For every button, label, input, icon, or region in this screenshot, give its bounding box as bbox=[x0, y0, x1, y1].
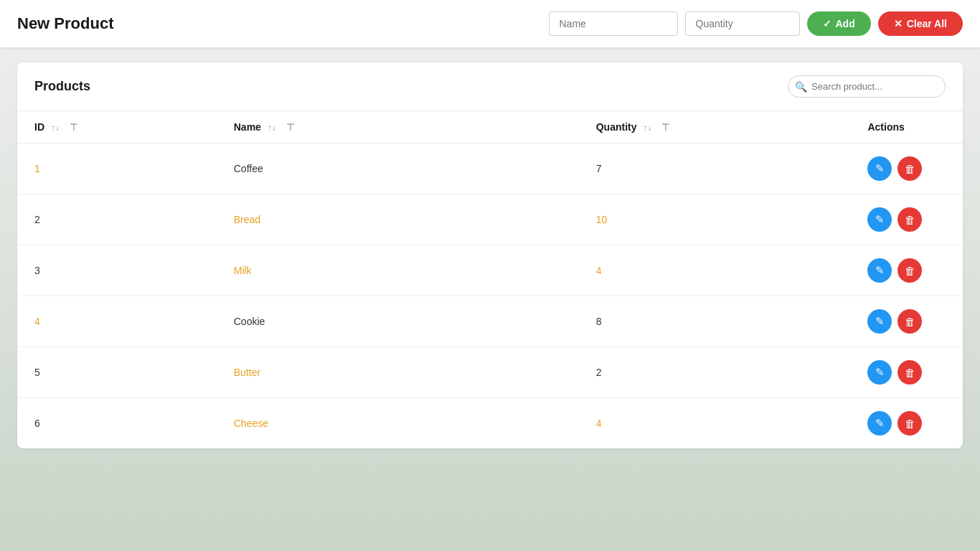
cell-actions-1: ✎ 🗑 bbox=[850, 194, 963, 245]
cell-id-2: 3 bbox=[17, 245, 217, 296]
name-sort-icon[interactable]: ↑↓ bbox=[268, 123, 276, 133]
cell-name-4: Butter bbox=[217, 347, 579, 398]
quantity-input[interactable] bbox=[685, 11, 800, 36]
actions-cell-0: ✎ 🗑 bbox=[867, 156, 946, 181]
cell-name-0: Coffee bbox=[217, 143, 579, 194]
check-icon: ✓ bbox=[823, 18, 831, 29]
cell-quantity-0: 7 bbox=[579, 143, 851, 194]
cell-actions-2: ✎ 🗑 bbox=[850, 245, 963, 296]
cell-quantity-2: 4 bbox=[579, 245, 851, 296]
name-input[interactable] bbox=[549, 11, 678, 36]
edit-button-1[interactable]: ✎ bbox=[867, 207, 892, 232]
cell-actions-5: ✎ 🗑 bbox=[850, 398, 963, 449]
cell-actions-4: ✎ 🗑 bbox=[850, 347, 963, 398]
page-title: New Product bbox=[17, 14, 113, 33]
delete-button-5[interactable]: 🗑 bbox=[897, 411, 922, 435]
main-content: Products 🔍 ID ↑↓ ⊤ Name ↑↓ ⊤ bbox=[0, 48, 980, 463]
actions-cell-3: ✎ 🗑 bbox=[867, 309, 946, 334]
table-header: Products 🔍 bbox=[17, 62, 963, 110]
cell-quantity-5: 4 bbox=[579, 398, 851, 449]
cell-quantity-1: 10 bbox=[579, 194, 851, 245]
delete-button-2[interactable]: 🗑 bbox=[897, 258, 922, 283]
table-row: 4 Cookie 8 ✎ 🗑 bbox=[17, 296, 963, 347]
col-header-id: ID ↑↓ ⊤ bbox=[17, 111, 217, 143]
table-body: 1 Coffee 7 ✎ 🗑 2 Bread 10 ✎ 🗑 3 Milk 4 ✎… bbox=[17, 143, 963, 449]
table-title: Products bbox=[34, 79, 90, 94]
cell-quantity-4: 2 bbox=[579, 347, 851, 398]
cell-name-5: Cheese bbox=[217, 398, 579, 449]
id-filter-icon[interactable]: ⊤ bbox=[70, 122, 77, 133]
page-header: New Product ✓ Add ✕ Clear All bbox=[0, 0, 980, 48]
edit-button-5[interactable]: ✎ bbox=[867, 411, 892, 435]
actions-cell-1: ✎ 🗑 bbox=[867, 207, 946, 232]
clear-label: Clear All bbox=[907, 18, 947, 29]
search-container: 🔍 bbox=[788, 75, 946, 98]
name-filter-icon[interactable]: ⊤ bbox=[286, 122, 294, 133]
cell-actions-0: ✎ 🗑 bbox=[850, 143, 963, 194]
cell-id-0: 1 bbox=[17, 143, 217, 194]
col-header-name: Name ↑↓ ⊤ bbox=[217, 111, 579, 143]
add-button[interactable]: ✓ Add bbox=[807, 11, 871, 36]
edit-button-0[interactable]: ✎ bbox=[867, 156, 892, 181]
col-header-quantity: Quantity ↑↓ ⊤ bbox=[579, 111, 851, 143]
cell-id-5: 6 bbox=[17, 398, 217, 449]
cell-actions-3: ✎ 🗑 bbox=[850, 296, 963, 347]
delete-button-4[interactable]: 🗑 bbox=[897, 360, 922, 385]
delete-button-0[interactable]: 🗑 bbox=[897, 156, 922, 181]
id-sort-icon[interactable]: ↑↓ bbox=[51, 123, 60, 133]
edit-button-3[interactable]: ✎ bbox=[867, 309, 892, 334]
clear-all-button[interactable]: ✕ Clear All bbox=[878, 11, 963, 36]
x-icon: ✕ bbox=[894, 18, 903, 29]
edit-button-2[interactable]: ✎ bbox=[867, 258, 892, 283]
cell-id-1: 2 bbox=[17, 194, 217, 245]
table-row: 5 Butter 2 ✎ 🗑 bbox=[17, 347, 963, 398]
quantity-sort-icon[interactable]: ↑↓ bbox=[643, 123, 651, 133]
table-head-row: ID ↑↓ ⊤ Name ↑↓ ⊤ Quantity ↑↓ ⊤ Actions bbox=[17, 111, 963, 143]
delete-button-3[interactable]: 🗑 bbox=[897, 309, 922, 334]
cell-quantity-3: 8 bbox=[579, 296, 851, 347]
cell-id-3: 4 bbox=[17, 296, 217, 347]
search-icon: 🔍 bbox=[795, 81, 807, 93]
delete-button-1[interactable]: 🗑 bbox=[897, 207, 922, 232]
products-table-container: Products 🔍 ID ↑↓ ⊤ Name ↑↓ ⊤ bbox=[17, 62, 963, 448]
actions-cell-4: ✎ 🗑 bbox=[867, 360, 946, 385]
add-label: Add bbox=[836, 18, 855, 29]
table-row: 6 Cheese 4 ✎ 🗑 bbox=[17, 398, 963, 449]
table-row: 2 Bread 10 ✎ 🗑 bbox=[17, 194, 963, 245]
cell-name-3: Cookie bbox=[217, 296, 579, 347]
edit-button-4[interactable]: ✎ bbox=[867, 360, 892, 385]
col-header-actions: Actions bbox=[850, 111, 963, 143]
header-controls: ✓ Add ✕ Clear All bbox=[549, 11, 963, 36]
search-input[interactable] bbox=[788, 75, 946, 98]
actions-cell-5: ✎ 🗑 bbox=[867, 411, 946, 435]
table-row: 1 Coffee 7 ✎ 🗑 bbox=[17, 143, 963, 194]
cell-name-1: Bread bbox=[217, 194, 579, 245]
products-table: ID ↑↓ ⊤ Name ↑↓ ⊤ Quantity ↑↓ ⊤ Actions bbox=[17, 110, 963, 448]
cell-id-4: 5 bbox=[17, 347, 217, 398]
table-row: 3 Milk 4 ✎ 🗑 bbox=[17, 245, 963, 296]
quantity-filter-icon[interactable]: ⊤ bbox=[661, 122, 669, 133]
cell-name-2: Milk bbox=[217, 245, 579, 296]
actions-cell-2: ✎ 🗑 bbox=[867, 258, 946, 283]
